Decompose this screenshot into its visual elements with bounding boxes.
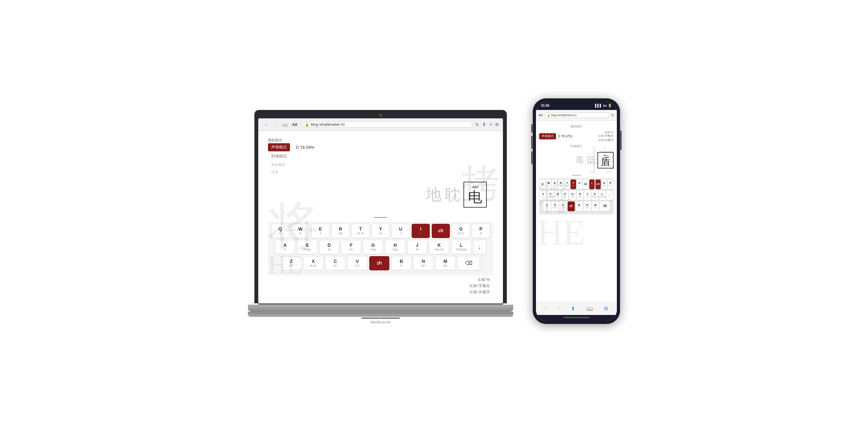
safari-new-tab-btn[interactable]: + (489, 122, 492, 127)
iphone-key-E[interactable]: Ee (552, 180, 557, 189)
key-zh[interactable]: zh (369, 256, 389, 270)
iphone-key-O[interactable]: Ouoo (602, 180, 607, 189)
iphone-forward-btn[interactable]: › (558, 305, 560, 312)
iphone-tabs-btn[interactable]: ⧉ (604, 305, 608, 312)
key-D[interactable]: Dai (319, 240, 339, 254)
iphone-key-H[interactable]: Hang (577, 191, 583, 200)
iphone-aa-btn[interactable]: AA (538, 113, 543, 117)
iphone-key-X[interactable]: Xiaua (552, 201, 559, 211)
key-L[interactable]: L(l/u)ang (451, 240, 471, 254)
safari-address-bar[interactable]: 🔒 blog.simplenaive.cn (302, 121, 472, 128)
iphone-key-W[interactable]: Wei (546, 180, 551, 189)
current-char-box: dian 电 (463, 182, 487, 207)
safari-forward-btn[interactable]: › (273, 122, 279, 127)
key-C[interactable]: Cao (325, 256, 345, 270)
key-F[interactable]: Fen (341, 240, 361, 254)
iphone-key-T[interactable]: Tueve (564, 180, 569, 189)
iphone-key-row-3: Zou Xiaua Cao zh Bin Niao Mian ⌫ (540, 201, 613, 211)
iphone-vol-down-btn (531, 151, 532, 164)
key-J[interactable]: Jan (407, 240, 427, 254)
macbook-base-label (248, 304, 513, 305)
key-K[interactable]: King uai (429, 240, 449, 254)
iphone-key-U[interactable]: Uu (577, 180, 582, 189)
iphone-key-B[interactable]: Bin (576, 201, 583, 211)
iphone-accuracy: D 78.47% (558, 134, 572, 138)
iphone-key-N[interactable]: Niao (584, 201, 591, 211)
iphone-key-C[interactable]: Cao (560, 201, 567, 211)
safari-reload-btn[interactable]: ↻ (475, 122, 479, 127)
key-G[interactable]: Geng (363, 240, 383, 254)
accuracy-display: D 78.34% (296, 145, 314, 150)
key-N[interactable]: Niao (413, 256, 433, 270)
mode-yunmu-btn[interactable]: 韵母模式 (268, 152, 314, 160)
iphone-back-btn[interactable]: ‹ (545, 305, 547, 312)
key-M[interactable]: Mian (435, 256, 455, 270)
current-char: 电 (468, 190, 482, 204)
iphone-key-A[interactable]: Aa (540, 191, 546, 200)
iphone-mode-yunmu-btn[interactable]: 韵母模式 (539, 143, 614, 150)
iphone-stat-cpm: 0.00 字每分 (598, 134, 614, 138)
key-T[interactable]: Tue ve (351, 224, 370, 238)
safari-share-btn[interactable]: ⬆ (482, 122, 486, 127)
key-O[interactable]: Ouo o (452, 224, 470, 238)
lock-icon: 🔒 (305, 123, 309, 127)
macbook-camera (379, 114, 382, 117)
iphone-key-L[interactable]: L(l/u)ang (599, 191, 606, 200)
progress-dash (374, 217, 387, 218)
iphone-time: 01:55 (541, 104, 550, 107)
key-backspace[interactable]: ⌫ (457, 256, 480, 270)
key-V[interactable]: Vui v (347, 256, 367, 270)
key-ch[interactable]: ch (432, 224, 450, 238)
key-B[interactable]: Bin (391, 256, 411, 270)
iphone-vol-up-btn (531, 136, 532, 149)
iphone-key-J[interactable]: Jan (584, 191, 591, 200)
iphone-key-K[interactable]: Kinguai (592, 191, 598, 200)
key-R[interactable]: Ruan (332, 224, 349, 238)
mode-fan-btn[interactable]: 反向模式 (268, 161, 314, 168)
macbook-base (248, 304, 513, 312)
iphone-key-I[interactable]: Ii (589, 180, 594, 189)
key-semicolon[interactable]: ; (473, 240, 486, 254)
iphone-key-D[interactable]: Dai (555, 191, 561, 200)
safari-tabs-btn[interactable]: ⧉ (495, 122, 498, 127)
iphone-key-sh[interactable]: sh (583, 180, 588, 189)
iphone-chars-display: 毒 抵 dua 盾 (539, 151, 614, 170)
iphone-bookmarks-btn[interactable]: 📖 (586, 305, 593, 312)
iphone-key-backspace[interactable]: ⌫ (600, 201, 610, 211)
iphone-key-colon[interactable]: : (607, 191, 613, 200)
iphone-home-bar (536, 315, 617, 321)
stat-percent: 0.00 % (271, 277, 490, 283)
iphone-key-S[interactable]: S(l)ong (547, 191, 554, 200)
iphone-key-P[interactable]: Pie (608, 180, 613, 189)
iphone-key-zh[interactable]: zh (568, 201, 575, 211)
safari-back-btn[interactable]: ‹ (263, 122, 269, 127)
iphone-key-Y[interactable]: Yun (570, 180, 576, 189)
iphone-char-prev2: 抵 (586, 154, 595, 166)
mode-shengmu-btn[interactable]: 声母模式 (268, 143, 290, 151)
iphone-stat-percent: 0.00 % (598, 131, 614, 134)
iphone-share-btn[interactable]: ⬆ (571, 305, 575, 312)
key-Y[interactable]: Yun (372, 224, 390, 238)
iphone-key-row-2: Aa S(l)ong Dai Fen Geng Hang Jan Kinguai… (540, 191, 613, 200)
iphone-key-Z[interactable]: Zou (544, 201, 551, 211)
key-U[interactable]: Uu (392, 224, 410, 238)
safari-bookmarks-icon[interactable]: 📖 (282, 122, 288, 127)
key-I[interactable]: Ii (412, 224, 430, 238)
iphone-address-bar[interactable]: 🔒 blog.simplenaive.cn (545, 112, 610, 118)
safari-url: blog.simplenaive.cn (311, 122, 345, 127)
iphone-key-ch[interactable]: ch (595, 180, 601, 189)
safari-aa-btn[interactable]: AA (291, 122, 299, 127)
macbook-foot-left (361, 318, 381, 319)
iphone-key-F[interactable]: Fen (562, 191, 569, 200)
iphone-reload-btn[interactable]: ↻ (611, 113, 614, 118)
key-H[interactable]: Hang (385, 240, 405, 254)
iphone-mode-suiji-btn[interactable]: 随机模式 (539, 124, 614, 130)
mode-suiji-label: 随机模式 (268, 138, 314, 142)
iphone-key-Q[interactable]: Q (540, 180, 545, 189)
iphone-key-G[interactable]: Geng (569, 191, 576, 200)
iphone-key-M[interactable]: Mian (592, 201, 599, 211)
iphone-mode-shengmu-btn[interactable]: 声母模式 (539, 133, 556, 139)
mode-zhuyin-btn[interactable]: 注音 (268, 168, 314, 176)
iphone-key-R[interactable]: Ruan (558, 180, 563, 189)
key-P[interactable]: Pie (472, 224, 490, 238)
